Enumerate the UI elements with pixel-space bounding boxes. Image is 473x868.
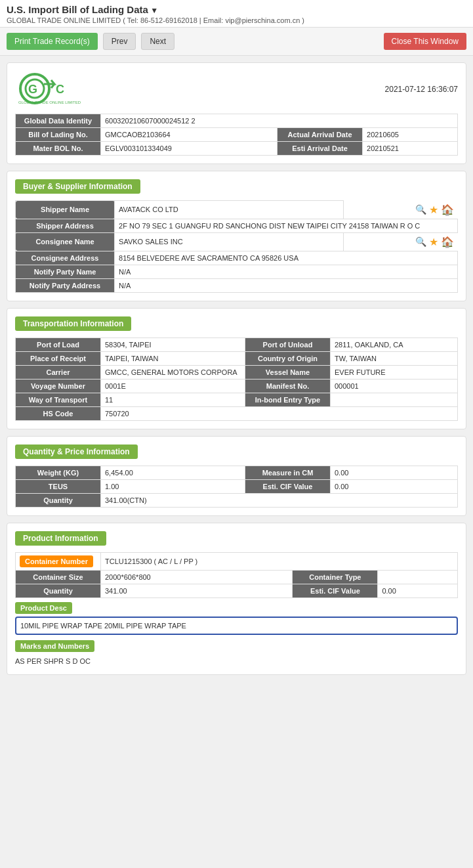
timestamp: 2021-07-12 16:36:07 bbox=[385, 85, 458, 94]
close-button[interactable]: Close This Window bbox=[384, 33, 466, 50]
place-of-receipt-label: Place of Receipt bbox=[16, 351, 101, 365]
product-title: Product Information bbox=[15, 531, 106, 546]
consignee-star-icon[interactable]: ★ bbox=[429, 236, 438, 248]
container-number-value: TCLU1215300 ( AC / L / PP ) bbox=[101, 552, 458, 570]
country-of-origin-value: TW, TAIWAN bbox=[331, 351, 458, 365]
product-quantity-value: 341.00 bbox=[101, 584, 293, 597]
arrival-actual-value: 20210605 bbox=[363, 128, 458, 142]
manifest-no-label: Manifest No. bbox=[245, 379, 331, 393]
product-quantity-label: Quantity bbox=[16, 584, 101, 597]
print-button[interactable]: Print Trade Record(s) bbox=[7, 33, 98, 50]
shipper-star-icon[interactable]: ★ bbox=[429, 204, 438, 216]
svg-text:G: G bbox=[28, 83, 37, 96]
container-number-label: Container Number bbox=[20, 555, 93, 567]
notify-party-address-value: N/A bbox=[115, 278, 458, 292]
svg-text:C: C bbox=[56, 83, 64, 96]
arrival-actual-label: Actual Arrival Date bbox=[278, 128, 363, 142]
product-esti-cif-label: Esti. CIF Value bbox=[293, 584, 378, 597]
mater-bol-value: EGLV003101334049 bbox=[101, 142, 278, 156]
shipper-search-icon[interactable]: 🔍 bbox=[415, 204, 426, 215]
carrier-label: Carrier bbox=[16, 365, 101, 379]
product-desc-label: Product Desc bbox=[15, 602, 72, 614]
port-of-unload-value: 2811, OAKLAND, CA bbox=[331, 337, 458, 351]
consignee-address-label: Consignee Address bbox=[16, 251, 115, 265]
consignee-search-icon[interactable]: 🔍 bbox=[415, 236, 426, 247]
quantity-value: 341.00(CTN) bbox=[101, 493, 458, 507]
transportation-title: Transportation Information bbox=[15, 316, 131, 331]
consignee-address-value: 8154 BELVEDERE AVE SACRAMENTO CA 95826 U… bbox=[115, 251, 458, 265]
container-size-label: Container Size bbox=[16, 570, 101, 584]
product-esti-cif-value: 0.00 bbox=[378, 584, 458, 597]
notify-party-name-label: Notify Party Name bbox=[16, 265, 115, 278]
way-of-transport-value: 11 bbox=[101, 393, 245, 406]
notify-party-name-value: N/A bbox=[115, 265, 458, 278]
shipper-address-value: 2F NO 79 SEC 1 GUANGFU RD SANCHONG DIST … bbox=[115, 219, 458, 232]
arrival-esti-value: 20210521 bbox=[363, 142, 458, 156]
svg-text:GLOBAL TRADE ONLINE LIMITED: GLOBAL TRADE ONLINE LIMITED bbox=[18, 100, 81, 104]
container-type-label: Container Type bbox=[293, 570, 378, 584]
dropdown-icon[interactable]: ▼ bbox=[150, 6, 158, 15]
shipper-name-value: AVATACK CO LTD bbox=[115, 201, 344, 219]
carrier-value: GMCC, GENERAL MOTORS CORPORA bbox=[101, 365, 245, 379]
global-data-label: Global Data Identity bbox=[16, 114, 101, 128]
notify-party-address-label: Notify Party Address bbox=[16, 278, 115, 292]
global-data-value: 600320210607000024512 2 bbox=[101, 114, 458, 128]
company-subtitle: GLOBAL TRADE ONLINE LIMITED ( Tel: 86-51… bbox=[7, 16, 466, 24]
consignee-name-value: SAVKO SALES INC bbox=[115, 232, 344, 251]
container-type-value bbox=[378, 570, 458, 584]
hs-code-label: HS Code bbox=[16, 406, 101, 420]
voyage-number-value: 0001E bbox=[101, 379, 245, 393]
teus-value: 1.00 bbox=[101, 479, 245, 493]
container-size-value: 2000*606*800 bbox=[101, 570, 293, 584]
shipper-home-icon[interactable]: 🏠 bbox=[441, 204, 454, 216]
hs-code-value: 750720 bbox=[101, 406, 458, 420]
port-of-load-value: 58304, TAIPEI bbox=[101, 337, 245, 351]
inbond-entry-value bbox=[331, 393, 458, 406]
place-of-receipt-value: TAIPEI, TAIWAN bbox=[101, 351, 245, 365]
bol-label: Bill of Lading No. bbox=[16, 128, 101, 142]
buyer-supplier-title: Buyer & Supplier Information bbox=[15, 179, 140, 194]
esti-cif-value: 0.00 bbox=[331, 479, 458, 493]
port-of-unload-label: Port of Unload bbox=[245, 337, 331, 351]
company-logo: G C GLOBAL TRADE ONLINE LIMITED bbox=[15, 71, 87, 107]
quantity-price-title: Quantity & Price Information bbox=[15, 445, 138, 459]
vessel-name-label: Vessel Name bbox=[245, 365, 331, 379]
weight-value: 6,454.00 bbox=[101, 466, 245, 479]
mater-bol-label: Mater BOL No. bbox=[16, 142, 101, 156]
teus-label: TEUS bbox=[16, 479, 101, 493]
bol-value: GMCCAOB2103664 bbox=[101, 128, 278, 142]
esti-cif-label: Esti. CIF Value bbox=[245, 479, 331, 493]
product-desc-value: 10MIL PIPE WRAP TAPE 20MIL PIPE WRAP TAP… bbox=[15, 617, 458, 635]
weight-label: Weight (KG) bbox=[16, 466, 101, 479]
next-button[interactable]: Next bbox=[141, 33, 175, 50]
quantity-label: Quantity bbox=[16, 493, 101, 507]
marks-value: AS PER SHPR S D OC bbox=[15, 655, 458, 666]
shipper-name-label: Shipper Name bbox=[16, 201, 115, 219]
country-of-origin-label: Country of Origin bbox=[245, 351, 331, 365]
arrival-esti-label: Esti Arrival Date bbox=[278, 142, 363, 156]
consignee-name-label: Consignee Name bbox=[16, 232, 115, 251]
measure-label: Measure in CM bbox=[245, 466, 331, 479]
prev-button[interactable]: Prev bbox=[103, 33, 136, 50]
shipper-address-label: Shipper Address bbox=[16, 219, 115, 232]
marks-label: Marks and Numbers bbox=[15, 640, 94, 652]
voyage-number-label: Voyage Number bbox=[16, 379, 101, 393]
consignee-home-icon[interactable]: 🏠 bbox=[441, 236, 454, 248]
inbond-entry-label: In-bond Entry Type bbox=[245, 393, 331, 406]
way-of-transport-label: Way of Transport bbox=[16, 393, 101, 406]
measure-value: 0.00 bbox=[331, 466, 458, 479]
vessel-name-value: EVER FUTURE bbox=[331, 365, 458, 379]
manifest-no-value: 000001 bbox=[331, 379, 458, 393]
page-title: U.S. Import Bill of Lading Data bbox=[7, 4, 148, 15]
port-of-load-label: Port of Load bbox=[16, 337, 101, 351]
